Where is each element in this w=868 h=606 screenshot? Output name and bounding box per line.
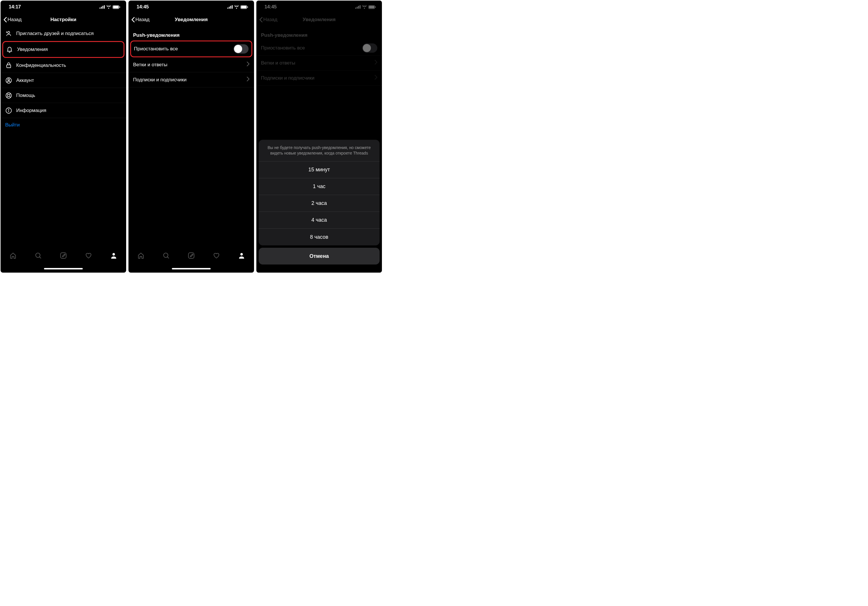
tab-compose[interactable]: [187, 251, 195, 260]
battery-icon: [113, 5, 120, 9]
row-following-followers[interactable]: Подписки и подписчики: [129, 72, 254, 87]
toggle-pause-all[interactable]: [234, 44, 248, 54]
row-label: Аккаунт: [16, 77, 121, 83]
svg-point-14: [8, 109, 9, 110]
tab-search[interactable]: [162, 251, 170, 260]
svg-rect-6: [119, 6, 120, 8]
settings-list: Пригласить друзей и подписаться Уведомле…: [1, 26, 126, 247]
status-time: 14:17: [9, 4, 21, 10]
status-bar: 14:17: [1, 1, 126, 13]
logout-link[interactable]: Выйти: [1, 118, 126, 132]
row-threads-replies[interactable]: Ветки и ответы: [129, 57, 254, 72]
wifi-icon: [106, 5, 111, 9]
screen-settings: 14:17 Назад Настройки Пригласить друзей …: [1, 1, 126, 273]
pause-option-2h[interactable]: 2 часа: [259, 195, 380, 212]
cellular-icon: [99, 5, 105, 9]
action-sheet-overlay[interactable]: Вы не будете получать push-уведомления, …: [256, 1, 382, 273]
svg-point-10: [8, 79, 9, 81]
home-indicator[interactable]: [129, 265, 254, 273]
svg-rect-24: [247, 6, 248, 8]
settings-row-about[interactable]: Информация: [1, 103, 126, 118]
action-sheet: Вы не будете получать push-уведомления, …: [259, 140, 380, 245]
back-button[interactable]: Назад: [131, 17, 150, 23]
svg-rect-19: [229, 7, 230, 9]
tab-profile[interactable]: [237, 251, 246, 260]
svg-rect-8: [7, 65, 11, 68]
section-header-push: Push-уведомления: [129, 26, 254, 40]
svg-point-25: [164, 253, 168, 257]
svg-point-27: [240, 253, 243, 256]
lock-icon: [5, 62, 12, 69]
row-label: Ветки и ответы: [133, 62, 243, 68]
screen-notifications: 14:45 Назад Уведомления Push-уведомления…: [129, 1, 254, 273]
action-sheet-header: Вы не будете получать push-уведомления, …: [259, 140, 380, 161]
status-indicators: [228, 5, 248, 9]
pause-option-15min[interactable]: 15 минут: [259, 161, 380, 178]
nav-bar: Назад Уведомления: [129, 13, 254, 26]
row-label: Подписки и подписчики: [133, 77, 243, 83]
tab-activity[interactable]: [212, 251, 220, 260]
home-indicator[interactable]: [1, 265, 126, 273]
svg-point-7: [8, 31, 10, 33]
info-icon: [5, 107, 12, 114]
row-label: Приостановить все: [134, 46, 229, 52]
bell-icon: [6, 46, 13, 53]
svg-rect-3: [104, 5, 105, 9]
row-label: Конфиденциальность: [16, 62, 121, 68]
pause-option-4h[interactable]: 4 часа: [259, 212, 380, 229]
tab-bar: [1, 247, 126, 265]
tab-home[interactable]: [137, 251, 145, 260]
status-indicators: [99, 5, 120, 9]
back-button[interactable]: Назад: [3, 17, 22, 23]
svg-rect-18: [228, 8, 228, 9]
back-label: Назад: [8, 17, 22, 23]
person-circle-icon: [5, 77, 12, 84]
settings-row-privacy[interactable]: Конфиденциальность: [1, 58, 126, 73]
svg-point-17: [112, 253, 115, 256]
svg-point-12: [8, 95, 10, 97]
pause-option-1h[interactable]: 1 час: [259, 178, 380, 195]
svg-rect-5: [113, 6, 119, 8]
highlight-notifications: Уведомления: [2, 41, 124, 58]
chevron-left-icon: [3, 17, 7, 23]
tab-compose[interactable]: [59, 251, 67, 260]
svg-rect-23: [241, 6, 246, 8]
battery-icon: [240, 5, 248, 9]
row-label: Уведомления: [17, 46, 121, 53]
row-label: Пригласить друзей и подписаться: [16, 31, 121, 36]
nav-bar: Назад Настройки: [1, 13, 126, 26]
settings-row-notifications[interactable]: Уведомления: [3, 42, 124, 57]
svg-rect-2: [102, 6, 103, 9]
notifications-content: Push-уведомления Приостановить все Ветки…: [129, 26, 254, 247]
settings-row-account[interactable]: Аккаунт: [1, 73, 126, 88]
settings-row-invite[interactable]: Пригласить друзей и подписаться: [1, 26, 126, 41]
tab-home[interactable]: [9, 251, 17, 260]
row-pause-all[interactable]: Приостановить все: [131, 41, 251, 56]
svg-rect-1: [101, 7, 102, 9]
chevron-right-icon: [247, 62, 250, 68]
action-sheet-cancel[interactable]: Отмена: [259, 248, 380, 265]
highlight-pause-all: Приостановить все: [130, 40, 252, 57]
screen-notifications-with-sheet: 14:45 Назад Уведомления Push-уведомления…: [256, 1, 382, 273]
pause-option-8h[interactable]: 8 часов: [259, 229, 380, 245]
tab-search[interactable]: [34, 251, 42, 260]
row-label: Информация: [16, 108, 121, 113]
tab-activity[interactable]: [84, 251, 93, 260]
settings-row-help[interactable]: Помощь: [1, 88, 126, 103]
person-add-icon: [5, 30, 12, 37]
tab-bar: [129, 247, 254, 265]
svg-rect-0: [99, 8, 101, 9]
status-time: 14:45: [136, 4, 149, 10]
back-label: Назад: [135, 17, 150, 23]
wifi-icon: [234, 5, 239, 9]
lifebuoy-icon: [5, 92, 12, 99]
svg-rect-21: [232, 5, 232, 9]
tab-profile[interactable]: [110, 251, 118, 260]
cellular-icon: [228, 5, 232, 9]
chevron-right-icon: [247, 77, 250, 83]
svg-rect-20: [230, 6, 231, 9]
status-bar: 14:45: [129, 1, 254, 13]
svg-point-15: [36, 253, 40, 257]
row-label: Помощь: [16, 93, 121, 98]
chevron-left-icon: [131, 17, 135, 23]
